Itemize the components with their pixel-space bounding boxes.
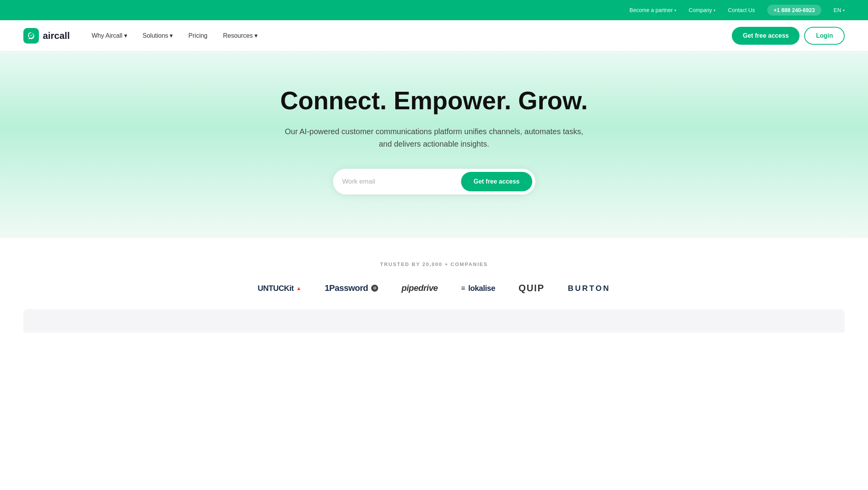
nav-left: aircall Why Aircall ▾ Solutions ▾ Pricin… — [23, 28, 264, 44]
solutions-chevron-icon: ▾ — [170, 32, 173, 39]
lokalise-logo: ≡ lokalise — [461, 284, 495, 293]
company-label: Company — [689, 7, 712, 13]
svg-point-2 — [32, 35, 33, 36]
hero-title: Connect. Empower. Grow. — [280, 87, 588, 114]
phone-button[interactable]: +1 888 240-6923 — [767, 5, 821, 16]
nav-resources[interactable]: Resources ▾ — [217, 29, 263, 42]
nav-get-free-access-button[interactable]: Get free access — [732, 27, 800, 45]
main-nav: aircall Why Aircall ▾ Solutions ▾ Pricin… — [0, 20, 868, 51]
company-link[interactable]: Company ▾ — [689, 7, 715, 13]
contact-us-label: Contact Us — [728, 7, 755, 13]
nav-pricing[interactable]: Pricing — [182, 29, 214, 42]
resources-label: Resources — [223, 32, 253, 39]
trusted-section: TRUSTED BY 20,000 + COMPANIES UNTUCKit▲ … — [0, 238, 868, 309]
company-logos-row: UNTUCKit▲ 1Password⊙ pipedrive ≡ lokalis… — [23, 283, 845, 294]
nav-why-aircall[interactable]: Why Aircall ▾ — [85, 29, 133, 42]
logo-wordmark: aircall — [43, 30, 70, 41]
resources-chevron-icon: ▾ — [254, 32, 258, 39]
hero-get-free-access-button[interactable]: Get free access — [461, 172, 532, 191]
pipedrive-logo: pipedrive — [402, 283, 438, 293]
language-chevron-icon: ▾ — [843, 8, 845, 12]
solutions-label: Solutions — [143, 32, 168, 39]
svg-point-0 — [30, 35, 31, 36]
burton-logo: BURTON — [568, 284, 610, 293]
contact-us-link[interactable]: Contact Us — [728, 7, 755, 13]
language-label: EN — [834, 7, 841, 13]
svg-point-1 — [31, 35, 32, 36]
nav-solutions[interactable]: Solutions ▾ — [137, 29, 179, 42]
work-email-input[interactable] — [342, 178, 461, 186]
top-bar: Become a partner ▾ Company ▾ Contact Us … — [0, 0, 868, 20]
onepassword-logo: 1Password⊙ — [324, 283, 378, 293]
nav-right: Get free access Login — [732, 27, 845, 45]
why-aircall-chevron-icon: ▾ — [124, 32, 127, 39]
become-partner-chevron-icon: ▾ — [674, 8, 676, 12]
logo[interactable]: aircall — [23, 28, 70, 44]
bottom-teaser — [23, 309, 845, 332]
company-chevron-icon: ▾ — [714, 8, 715, 12]
trusted-label: TRUSTED BY 20,000 + COMPANIES — [23, 261, 845, 267]
become-partner-label: Become a partner — [630, 7, 673, 13]
pricing-label: Pricing — [188, 32, 207, 39]
hero-section: Connect. Empower. Grow. Our AI-powered c… — [0, 51, 868, 238]
quip-logo: QUIP — [519, 283, 545, 294]
nav-login-button[interactable]: Login — [804, 27, 845, 45]
phone-number: +1 888 240-6923 — [773, 7, 815, 13]
hero-form: Get free access — [333, 169, 535, 194]
why-aircall-label: Why Aircall — [91, 32, 122, 39]
untuckit-logo: UNTUCKit▲ — [258, 284, 301, 293]
hero-subtitle: Our AI-powered customer communications p… — [282, 125, 586, 150]
become-partner-link[interactable]: Become a partner ▾ — [630, 7, 676, 13]
language-selector[interactable]: EN ▾ — [834, 7, 845, 13]
nav-links: Why Aircall ▾ Solutions ▾ Pricing Resour… — [85, 29, 263, 42]
logo-icon — [23, 28, 39, 44]
